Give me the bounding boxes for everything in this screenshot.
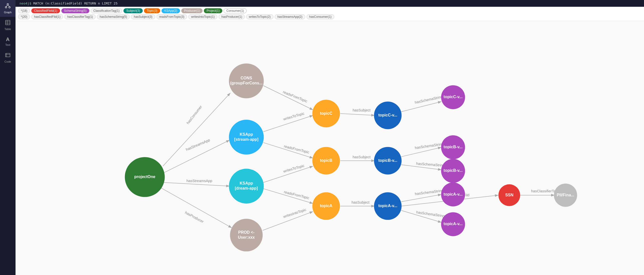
chip-has-streams-app[interactable]: hasStreamsApp(2) [275,14,305,19]
chip-topic[interactable]: Topic(3) [144,8,160,13]
code-icon [5,52,11,59]
chip-classified-field[interactable]: ClassifiedField(1) [31,8,60,13]
chip-writes-into-topic[interactable]: writesIntoTopic(1) [188,14,217,19]
chip-all-edges[interactable]: *(20) [18,14,30,19]
node-topic-b-v1[interactable] [374,147,402,175]
edge-label-has-streams-app-2: hasStreamsApp [187,179,212,183]
node-topic-c-v[interactable] [374,102,402,129]
sidebar-item-text[interactable]: A Text [0,34,16,49]
svg-rect-5 [6,20,10,25]
node-project-one[interactable] [125,157,165,197]
main-content: neo4j$ MATCH (n:ClassifiedField) RETURN … [16,0,644,275]
node-ksapp-dream[interactable] [229,169,264,204]
query-text: MATCH (n:ClassifiedField) RETURN n LIMIT… [33,2,118,5]
node-pii[interactable] [554,184,577,207]
svg-line-4 [8,5,10,7]
filter-area: *(18) ClassifiedField(1) SchemaString(5)… [16,7,644,21]
chip-writes-to-topic[interactable]: writesToTopic(2) [246,14,273,19]
node-cons[interactable] [229,63,264,98]
node-topic-a[interactable] [312,192,340,220]
chip-ksapp[interactable]: KSApp(2) [162,8,180,13]
chip-consumer[interactable]: Consumer(1) [224,8,247,13]
edge-has-schema-a1 [401,194,441,202]
query-bar: neo4j$ MATCH (n:ClassifiedField) RETURN … [16,0,644,7]
chip-reads-from-topic[interactable]: readsFromTopic(3) [156,14,187,19]
graph-icon [5,3,11,10]
sidebar-item-graph[interactable]: Graph [0,0,16,17]
chip-has-subject[interactable]: hasSubject(3) [131,14,155,19]
edge-label-writes-into-topic: writesIntoTopic [282,208,307,219]
edge-label-has-subject-b: hasSubject [353,155,371,159]
svg-line-3 [6,5,8,7]
edge-label-has-schema-b2: hasSchemaString [416,162,445,168]
sidebar-item-code[interactable]: Code [0,49,16,66]
edge-has-subject-c [340,113,375,115]
edge-label-has-consumer: hasConsumer [186,105,203,125]
node-topic-b[interactable] [312,147,340,175]
node-topic-a-vs2[interactable] [441,212,465,236]
chip-has-producer[interactable]: hasProducer(1) [219,14,245,19]
node-prod[interactable] [230,219,263,251]
sidebar-item-label-table: Table [5,28,11,31]
edge-has-streams-app-2 [164,183,230,186]
node-topic-b-vs2[interactable] [441,159,465,183]
chip-project[interactable]: Project(1) [204,8,222,13]
node-topic-c-vs[interactable] [441,85,465,109]
chip-has-consumer[interactable]: hasConsumer(1) [306,14,334,19]
edge-label-has-subject-a: hasSubject [352,200,370,204]
node-topic-c[interactable] [312,100,340,127]
edge-label-writes-to-topic-1: writesToTopic [282,111,305,121]
sidebar-item-table[interactable]: Table [0,17,16,34]
chip-classification-tag[interactable]: ClassificationTag(1) [91,8,122,13]
edge-label-has-schema-b1: hasSchemaString [415,142,443,150]
graph-svg: hasConsumer hasStreamsApp hasStreamsApp … [16,21,644,275]
sidebar: Graph Table A Text Code [0,0,16,275]
chip-subject[interactable]: Subject(3) [123,8,143,13]
sidebar-item-label-text: Text [5,43,10,46]
chip-row-edges: *(20) hasClassifiedFild(1) hasClassifier… [18,14,641,19]
svg-point-1 [5,7,7,8]
edge-reads-from-topic-1 [263,86,313,110]
graph-area[interactable]: hasConsumer hasStreamsApp hasStreamsApp … [16,21,644,275]
node-ssn[interactable] [499,184,520,206]
edge-label-has-subject-c: hasSubject [353,108,371,112]
node-topic-b-vs1[interactable] [441,135,465,159]
text-icon: A [6,37,10,42]
chip-schema-string[interactable]: SchemaString(5) [61,8,89,13]
edge-label-has-classifier-tag: hasClassifierTag [531,189,558,193]
sidebar-item-label-code: Code [5,60,11,63]
svg-point-2 [9,7,10,8]
edge-has-consumer [163,93,230,166]
edge-label-has-schema-c: hasSchemaString [414,95,443,104]
svg-rect-9 [6,53,10,57]
edge-has-producer [161,188,232,228]
sidebar-item-label-graph: Graph [4,11,12,14]
svg-point-0 [7,4,9,5]
edge-label-writes-to-topic-2: writesToTopic [282,164,305,174]
node-topic-a-v[interactable] [374,192,402,220]
chip-has-classified-fild[interactable]: hasClassifiedFild(1) [31,14,63,19]
edge-label-has-producer: hasProducer [184,210,204,224]
chip-row-nodes: *(18) ClassifiedField(1) SchemaString(5)… [18,8,641,13]
table-icon [5,20,11,27]
edge-label-has-streams-app-1: hasStreamsApp [185,138,211,152]
chip-producer[interactable]: Producer(1) [181,8,203,13]
edge-label-has-schema-a2: hasSchemaString [416,210,445,218]
chip-has-classifier-tag[interactable]: hasClassifierTag(1) [64,14,96,19]
node-ksapp-stream[interactable] [229,120,264,155]
node-topic-a-vs1[interactable] [441,183,465,207]
chip-all-nodes[interactable]: *(18) [18,8,30,13]
chip-has-schema-string[interactable]: hasSchemaString(5) [97,14,130,19]
query-prompt: neo4j$ [20,2,31,5]
